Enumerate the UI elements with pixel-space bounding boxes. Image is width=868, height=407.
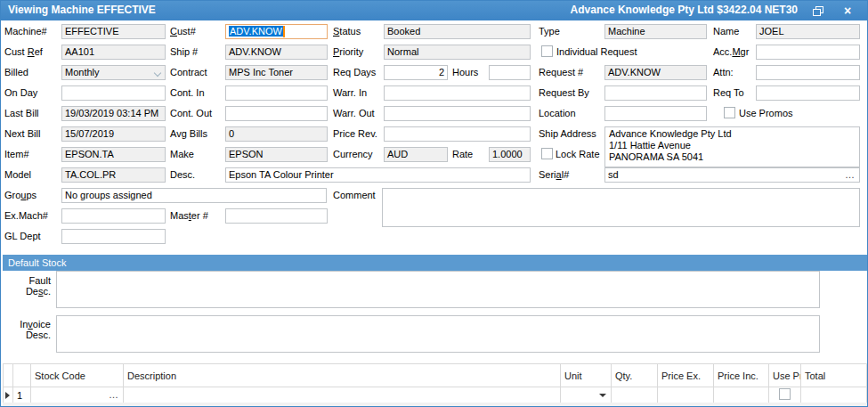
- on-day-field[interactable]: [61, 85, 166, 101]
- comment-field[interactable]: [382, 188, 860, 227]
- grid-header-stock-code[interactable]: Stock Code: [31, 364, 124, 387]
- status-field[interactable]: Booked: [384, 24, 531, 39]
- currency-field[interactable]: AUD: [384, 147, 448, 162]
- individual-request-checkbox[interactable]: [541, 45, 553, 57]
- ex-mach-number-label: Ex.Mach#: [4, 210, 48, 222]
- cust-ref-label: Cust Ref: [4, 46, 43, 58]
- restore-button[interactable]: [807, 2, 830, 20]
- stock-grid: Stock Code Description Unit Qty. Price E…: [3, 363, 867, 403]
- grid-header-unit[interactable]: Unit: [561, 364, 612, 387]
- warr-in-field[interactable]: [384, 85, 531, 101]
- cust-number-field[interactable]: ADV.KNOW: [225, 24, 328, 39]
- use-price-cell[interactable]: [769, 387, 801, 403]
- groups-field[interactable]: No groups assigned: [61, 188, 327, 203]
- invoice-desc-label: Invoice Desc.: [8, 319, 51, 340]
- serial-number-field[interactable]: sd…: [604, 167, 860, 183]
- name-field[interactable]: JOEL: [756, 24, 860, 39]
- attn-field[interactable]: [756, 65, 860, 80]
- billed-label: Billed: [4, 67, 28, 78]
- req-to-label: Req To: [713, 87, 744, 99]
- req-days-field[interactable]: 2: [384, 65, 448, 80]
- warr-out-label: Warr. Out: [333, 108, 375, 119]
- cust-ref-field[interactable]: AA101: [61, 45, 166, 60]
- type-field[interactable]: Machine: [604, 24, 707, 39]
- warr-in-label: Warr. In: [333, 87, 367, 99]
- hours-label: Hours: [452, 67, 478, 78]
- acc-mgr-field[interactable]: [756, 45, 860, 60]
- machine-number-field[interactable]: EFFECTIVE: [61, 24, 166, 39]
- item-number-field[interactable]: EPSON.TA: [61, 147, 166, 162]
- grid-header-indicator: [4, 364, 13, 387]
- row-indicator-icon: [5, 392, 10, 399]
- fault-desc-field[interactable]: [56, 271, 820, 308]
- price-ex-cell[interactable]: [658, 387, 714, 403]
- groups-label: Groups: [4, 190, 37, 201]
- location-label: Location: [539, 108, 576, 119]
- serial-number-label: Serial#: [539, 169, 569, 181]
- last-bill-field[interactable]: 19/03/2019 03:14 PM: [61, 106, 166, 121]
- default-stock-section-header: Default Stock: [3, 255, 867, 271]
- restore-icon: [813, 6, 823, 16]
- avg-bills-field[interactable]: 0: [225, 126, 328, 142]
- cont-in-field[interactable]: [225, 85, 328, 101]
- row-number-cell: 1: [13, 387, 31, 403]
- currency-label: Currency: [333, 149, 373, 160]
- status-label: Status: [333, 26, 361, 37]
- unit-cell[interactable]: [561, 387, 612, 403]
- use-price-checkbox[interactable]: [779, 388, 791, 400]
- machine-number-label: Machine#: [4, 26, 47, 37]
- rate-field[interactable]: 1.0000: [489, 147, 531, 162]
- cust-number-label: Cust#: [170, 26, 196, 37]
- request-number-label: Request #: [539, 67, 583, 78]
- company-summary: Advance Knowledge Pty Ltd $3422.04 NET30: [571, 4, 798, 16]
- ex-mach-number-field[interactable]: [61, 208, 166, 224]
- model-field[interactable]: TA.COL.PR: [61, 167, 166, 183]
- request-number-field[interactable]: ADV.KNOW: [604, 65, 707, 80]
- unit-dropdown-icon[interactable]: [599, 394, 606, 397]
- warr-out-field[interactable]: [384, 106, 531, 121]
- contract-field[interactable]: MPS Inc Toner: [225, 65, 328, 80]
- ship-address-field[interactable]: Advance Knowledge Pty Ltd 1/11 Hattie Av…: [604, 126, 860, 167]
- priority-field[interactable]: Normal: [384, 45, 531, 60]
- close-button[interactable]: ×: [836, 2, 859, 20]
- on-day-label: On Day: [4, 87, 37, 99]
- use-promos-checkbox[interactable]: [724, 107, 735, 118]
- stock-code-ellipsis-button[interactable]: …: [109, 389, 119, 400]
- location-field[interactable]: [604, 106, 707, 121]
- grid-header-total[interactable]: Total: [801, 364, 867, 387]
- next-bill-field[interactable]: 15/07/2019: [61, 126, 166, 142]
- master-number-field[interactable]: [225, 208, 328, 224]
- desc-field[interactable]: Epson TA Colour Printer: [225, 167, 531, 183]
- request-by-field[interactable]: [604, 85, 707, 101]
- lock-rate-checkbox[interactable]: [541, 148, 553, 159]
- grid-header-description[interactable]: Description: [124, 364, 561, 387]
- price-inc-cell[interactable]: [714, 387, 769, 403]
- ellipsis-button[interactable]: …: [845, 169, 856, 181]
- grid-header-qty[interactable]: Qty.: [612, 364, 658, 387]
- make-field[interactable]: EPSON: [225, 147, 328, 162]
- grid-row-1: 1 …: [4, 387, 867, 403]
- avg-bills-label: Avg Bills: [170, 128, 207, 140]
- cont-out-field[interactable]: [225, 106, 328, 121]
- grid-header-price-inc[interactable]: Price Inc.: [714, 364, 769, 387]
- close-icon: ×: [844, 4, 851, 17]
- hours-field[interactable]: [489, 65, 531, 80]
- price-rev-field[interactable]: [384, 126, 531, 142]
- make-label: Make: [170, 149, 194, 160]
- description-cell[interactable]: [124, 387, 561, 403]
- chevron-down-icon[interactable]: [154, 69, 161, 77]
- item-number-label: Item#: [4, 149, 29, 160]
- acc-mgr-label: Acc.Mgr: [713, 46, 749, 58]
- fault-desc-label: Fault Desc.: [8, 275, 51, 297]
- grid-header-use-price[interactable]: Use Price: [769, 364, 801, 387]
- req-to-field[interactable]: [756, 85, 860, 101]
- gl-dept-field[interactable]: [61, 229, 166, 244]
- qty-cell[interactable]: [612, 387, 658, 403]
- grid-header-price-ex[interactable]: Price Ex.: [658, 364, 714, 387]
- stock-code-cell[interactable]: …: [31, 387, 124, 403]
- request-by-label: Request By: [539, 87, 589, 99]
- invoice-desc-field[interactable]: [56, 315, 820, 353]
- grid-bottom-strip: [3, 403, 867, 406]
- ship-number-field[interactable]: ADV.KNOW: [225, 45, 328, 60]
- billed-combobox[interactable]: Monthly: [61, 65, 166, 80]
